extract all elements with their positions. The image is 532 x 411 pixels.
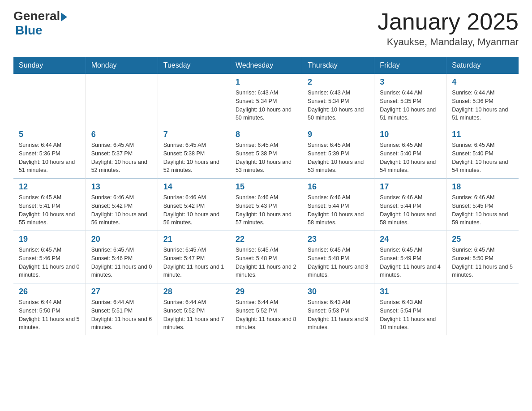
- calendar-cell: 2Sunrise: 6:43 AM Sunset: 5:34 PM Daylig…: [302, 74, 374, 126]
- weekday-header-thursday: Thursday: [302, 57, 374, 74]
- day-info: Sunrise: 6:45 AM Sunset: 5:38 PM Dayligh…: [236, 141, 296, 175]
- calendar-week-row: 12Sunrise: 6:45 AM Sunset: 5:41 PM Dayli…: [13, 179, 519, 231]
- calendar-cell: 28Sunrise: 6:44 AM Sunset: 5:52 PM Dayli…: [158, 283, 230, 336]
- calendar-cell: 18Sunrise: 6:46 AM Sunset: 5:45 PM Dayli…: [446, 179, 519, 231]
- calendar-cell: 24Sunrise: 6:45 AM Sunset: 5:49 PM Dayli…: [374, 231, 446, 283]
- day-number: 29: [236, 287, 296, 296]
- day-info: Sunrise: 6:45 AM Sunset: 5:37 PM Dayligh…: [91, 141, 152, 175]
- day-number: 18: [452, 182, 513, 192]
- calendar-cell: 1Sunrise: 6:43 AM Sunset: 5:34 PM Daylig…: [230, 74, 302, 126]
- logo-arrow-icon: [61, 13, 67, 21]
- day-number: 14: [163, 182, 224, 192]
- day-info: Sunrise: 6:44 AM Sunset: 5:52 PM Dayligh…: [236, 298, 296, 332]
- calendar-cell: 6Sunrise: 6:45 AM Sunset: 5:37 PM Daylig…: [86, 126, 158, 179]
- day-info: Sunrise: 6:44 AM Sunset: 5:51 PM Dayligh…: [91, 298, 152, 332]
- weekday-header-monday: Monday: [86, 57, 158, 74]
- calendar-cell: 31Sunrise: 6:43 AM Sunset: 5:54 PM Dayli…: [374, 283, 446, 336]
- calendar-table: SundayMondayTuesdayWednesdayThursdayFrid…: [13, 57, 519, 335]
- day-number: 21: [163, 235, 224, 244]
- calendar-cell: 7Sunrise: 6:45 AM Sunset: 5:38 PM Daylig…: [158, 126, 230, 179]
- calendar-cell: 26Sunrise: 6:44 AM Sunset: 5:50 PM Dayli…: [13, 283, 86, 336]
- day-number: 16: [308, 182, 369, 192]
- day-info: Sunrise: 6:45 AM Sunset: 5:48 PM Dayligh…: [236, 246, 296, 279]
- day-info: Sunrise: 6:43 AM Sunset: 5:54 PM Dayligh…: [380, 298, 441, 332]
- day-info: Sunrise: 6:45 AM Sunset: 5:40 PM Dayligh…: [452, 141, 513, 175]
- day-info: Sunrise: 6:46 AM Sunset: 5:44 PM Dayligh…: [308, 193, 369, 227]
- day-number: 15: [236, 182, 296, 192]
- day-info: Sunrise: 6:45 AM Sunset: 5:48 PM Dayligh…: [308, 246, 369, 279]
- calendar-week-row: 1Sunrise: 6:43 AM Sunset: 5:34 PM Daylig…: [13, 74, 519, 126]
- day-number: 5: [19, 130, 80, 139]
- day-number: 25: [452, 235, 513, 244]
- calendar-cell: 8Sunrise: 6:45 AM Sunset: 5:38 PM Daylig…: [230, 126, 302, 179]
- calendar-cell: 4Sunrise: 6:44 AM Sunset: 5:36 PM Daylig…: [446, 74, 519, 126]
- calendar-week-row: 5Sunrise: 6:44 AM Sunset: 5:36 PM Daylig…: [13, 126, 519, 179]
- day-info: Sunrise: 6:44 AM Sunset: 5:36 PM Dayligh…: [19, 141, 80, 175]
- calendar-cell: 14Sunrise: 6:46 AM Sunset: 5:42 PM Dayli…: [158, 179, 230, 231]
- day-info: Sunrise: 6:45 AM Sunset: 5:40 PM Dayligh…: [380, 141, 441, 175]
- logo-blue-text: Blue: [15, 23, 67, 38]
- logo-general-text: General: [13, 9, 60, 23]
- calendar-body: 1Sunrise: 6:43 AM Sunset: 5:34 PM Daylig…: [13, 74, 519, 335]
- weekday-header-sunday: Sunday: [13, 57, 86, 74]
- calendar-header: SundayMondayTuesdayWednesdayThursdayFrid…: [13, 57, 519, 74]
- day-info: Sunrise: 6:43 AM Sunset: 5:34 PM Dayligh…: [308, 89, 369, 122]
- calendar-week-row: 26Sunrise: 6:44 AM Sunset: 5:50 PM Dayli…: [13, 283, 519, 336]
- calendar-cell: 27Sunrise: 6:44 AM Sunset: 5:51 PM Dayli…: [86, 283, 158, 336]
- day-number: 31: [380, 287, 441, 296]
- day-number: 19: [19, 235, 80, 244]
- day-info: Sunrise: 6:43 AM Sunset: 5:53 PM Dayligh…: [308, 298, 369, 332]
- calendar-cell: [158, 74, 230, 126]
- day-number: 9: [308, 130, 369, 139]
- day-number: 30: [308, 287, 369, 296]
- day-info: Sunrise: 6:44 AM Sunset: 5:35 PM Dayligh…: [380, 89, 441, 122]
- calendar-cell: 29Sunrise: 6:44 AM Sunset: 5:52 PM Dayli…: [230, 283, 302, 336]
- weekday-header-row: SundayMondayTuesdayWednesdayThursdayFrid…: [13, 57, 519, 74]
- day-info: Sunrise: 6:45 AM Sunset: 5:50 PM Dayligh…: [452, 246, 513, 279]
- calendar-cell: 20Sunrise: 6:45 AM Sunset: 5:46 PM Dayli…: [86, 231, 158, 283]
- calendar-cell: 23Sunrise: 6:45 AM Sunset: 5:48 PM Dayli…: [302, 231, 374, 283]
- calendar-cell: 5Sunrise: 6:44 AM Sunset: 5:36 PM Daylig…: [13, 126, 86, 179]
- title-section: January 2025 Kyaukse, Mandalay, Myanmar: [378, 9, 519, 48]
- day-number: 11: [452, 130, 513, 139]
- day-info: Sunrise: 6:46 AM Sunset: 5:43 PM Dayligh…: [236, 193, 296, 227]
- day-number: 28: [163, 287, 224, 296]
- calendar-cell: 3Sunrise: 6:44 AM Sunset: 5:35 PM Daylig…: [374, 74, 446, 126]
- day-info: Sunrise: 6:45 AM Sunset: 5:39 PM Dayligh…: [308, 141, 369, 175]
- calendar-week-row: 19Sunrise: 6:45 AM Sunset: 5:46 PM Dayli…: [13, 231, 519, 283]
- day-info: Sunrise: 6:44 AM Sunset: 5:36 PM Dayligh…: [452, 89, 513, 122]
- weekday-header-friday: Friday: [374, 57, 446, 74]
- day-info: Sunrise: 6:44 AM Sunset: 5:50 PM Dayligh…: [19, 298, 80, 332]
- calendar-cell: 13Sunrise: 6:46 AM Sunset: 5:42 PM Dayli…: [86, 179, 158, 231]
- calendar-cell: 19Sunrise: 6:45 AM Sunset: 5:46 PM Dayli…: [13, 231, 86, 283]
- page-header: General Blue January 2025 Kyaukse, Manda…: [13, 9, 519, 48]
- day-number: 26: [19, 287, 80, 296]
- day-info: Sunrise: 6:46 AM Sunset: 5:42 PM Dayligh…: [163, 193, 224, 227]
- calendar-cell: 22Sunrise: 6:45 AM Sunset: 5:48 PM Dayli…: [230, 231, 302, 283]
- day-number: 20: [91, 235, 152, 244]
- day-number: 7: [163, 130, 224, 139]
- day-info: Sunrise: 6:46 AM Sunset: 5:45 PM Dayligh…: [452, 193, 513, 227]
- day-info: Sunrise: 6:46 AM Sunset: 5:44 PM Dayligh…: [380, 193, 441, 227]
- day-number: 23: [308, 235, 369, 244]
- day-number: 13: [91, 182, 152, 192]
- day-info: Sunrise: 6:43 AM Sunset: 5:34 PM Dayligh…: [236, 89, 296, 122]
- day-info: Sunrise: 6:45 AM Sunset: 5:49 PM Dayligh…: [380, 246, 441, 279]
- day-info: Sunrise: 6:45 AM Sunset: 5:46 PM Dayligh…: [91, 246, 152, 279]
- day-number: 24: [380, 235, 441, 244]
- calendar-cell: 12Sunrise: 6:45 AM Sunset: 5:41 PM Dayli…: [13, 179, 86, 231]
- day-number: 10: [380, 130, 441, 139]
- calendar-cell: 15Sunrise: 6:46 AM Sunset: 5:43 PM Dayli…: [230, 179, 302, 231]
- calendar-cell: [13, 74, 86, 126]
- day-number: 22: [236, 235, 296, 244]
- calendar-cell: 30Sunrise: 6:43 AM Sunset: 5:53 PM Dayli…: [302, 283, 374, 336]
- day-number: 3: [380, 77, 441, 87]
- calendar-cell: [446, 283, 519, 336]
- calendar-cell: 16Sunrise: 6:46 AM Sunset: 5:44 PM Dayli…: [302, 179, 374, 231]
- calendar-cell: 17Sunrise: 6:46 AM Sunset: 5:44 PM Dayli…: [374, 179, 446, 231]
- day-number: 2: [308, 77, 369, 87]
- calendar-cell: 25Sunrise: 6:45 AM Sunset: 5:50 PM Dayli…: [446, 231, 519, 283]
- day-number: 6: [91, 130, 152, 139]
- day-info: Sunrise: 6:45 AM Sunset: 5:46 PM Dayligh…: [19, 246, 80, 279]
- day-number: 12: [19, 182, 80, 192]
